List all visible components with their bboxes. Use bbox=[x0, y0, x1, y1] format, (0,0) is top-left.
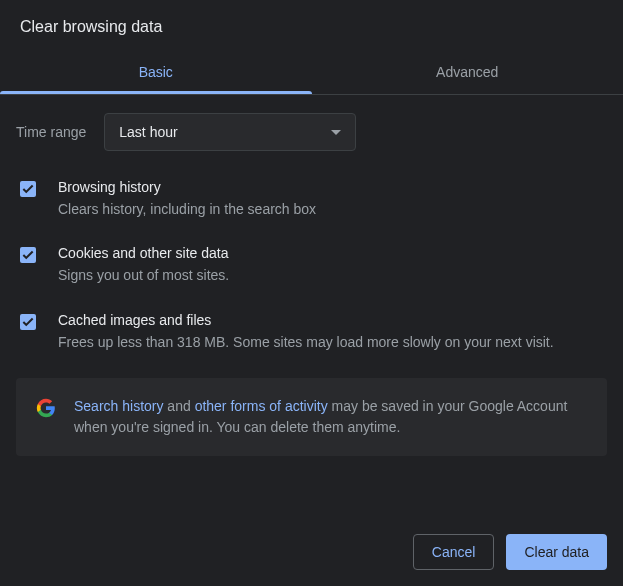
time-range-label: Time range bbox=[16, 124, 86, 140]
dialog-title: Clear browsing data bbox=[0, 0, 623, 50]
checkbox-content: Cached images and files Frees up less th… bbox=[58, 312, 607, 352]
checkbox-item-cached: Cached images and files Frees up less th… bbox=[16, 312, 607, 352]
checkbox-description: Clears history, including in the search … bbox=[58, 199, 607, 219]
tab-basic[interactable]: Basic bbox=[0, 50, 312, 94]
checkbox-item-cookies: Cookies and other site data Signs you ou… bbox=[16, 245, 607, 285]
dialog-content: Time range Last hour Browsing history Cl… bbox=[0, 95, 623, 474]
tab-bar: Basic Advanced bbox=[0, 50, 623, 95]
dialog-footer: Cancel Clear data bbox=[0, 518, 623, 586]
search-history-link[interactable]: Search history bbox=[74, 398, 163, 414]
checkbox-item-browsing-history: Browsing history Clears history, includi… bbox=[16, 179, 607, 219]
checkbox-description: Signs you out of most sites. bbox=[58, 265, 607, 285]
checkbox-description: Frees up less than 318 MB. Some sites ma… bbox=[58, 332, 607, 352]
time-range-select[interactable]: Last hour bbox=[104, 113, 356, 151]
checkbox-cookies[interactable] bbox=[20, 247, 36, 263]
time-range-value: Last hour bbox=[119, 124, 177, 140]
checkbox-content: Browsing history Clears history, includi… bbox=[58, 179, 607, 219]
checkbox-title: Cached images and files bbox=[58, 312, 607, 328]
checkbox-cached[interactable] bbox=[20, 314, 36, 330]
time-range-row: Time range Last hour bbox=[16, 113, 607, 151]
other-activity-link[interactable]: other forms of activity bbox=[195, 398, 328, 414]
tab-advanced[interactable]: Advanced bbox=[312, 50, 624, 94]
check-icon bbox=[21, 182, 35, 196]
clear-browsing-data-dialog: Clear browsing data Basic Advanced Time … bbox=[0, 0, 623, 474]
chevron-down-icon bbox=[331, 130, 341, 135]
google-icon bbox=[36, 398, 56, 418]
cancel-button[interactable]: Cancel bbox=[413, 534, 495, 570]
checkbox-title: Browsing history bbox=[58, 179, 607, 195]
checkbox-content: Cookies and other site data Signs you ou… bbox=[58, 245, 607, 285]
info-text: Search history and other forms of activi… bbox=[74, 396, 587, 438]
check-icon bbox=[21, 248, 35, 262]
info-text-1: and bbox=[163, 398, 194, 414]
checkbox-title: Cookies and other site data bbox=[58, 245, 607, 261]
info-box: Search history and other forms of activi… bbox=[16, 378, 607, 456]
checkbox-browsing-history[interactable] bbox=[20, 181, 36, 197]
check-icon bbox=[21, 315, 35, 329]
clear-data-button[interactable]: Clear data bbox=[506, 534, 607, 570]
